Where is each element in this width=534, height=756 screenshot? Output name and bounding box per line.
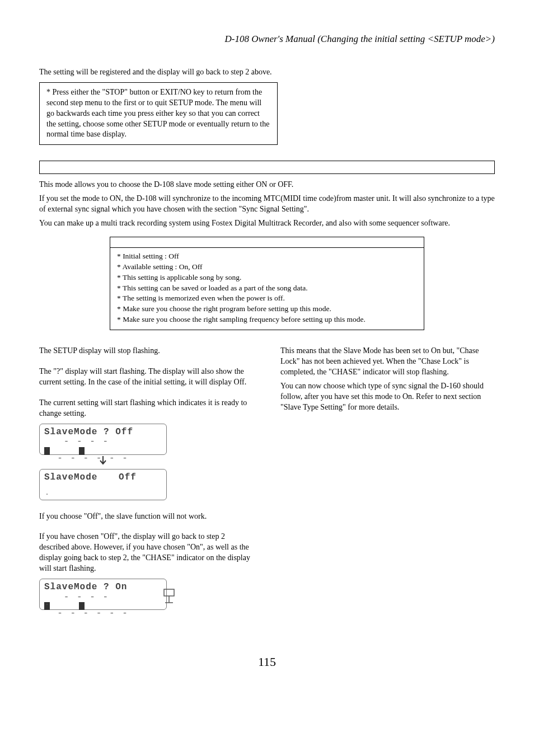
lcd-group-2: SlaveMode ? On - - - - - - - - - - . bbox=[39, 579, 179, 610]
info-box: * Initial setting : Off * Available sett… bbox=[110, 237, 424, 330]
left-p3: The current setting will start flashing … bbox=[39, 398, 254, 419]
chase-indicator-icon bbox=[163, 588, 177, 609]
info-item-3: * This setting is applicable song by son… bbox=[117, 273, 417, 283]
lcd-dot-icon: . bbox=[45, 600, 49, 608]
lcd-display-2: SlaveMode Off . bbox=[39, 469, 167, 500]
lcd2a-text: SlaveMode bbox=[44, 472, 97, 482]
right-column: This means that the Slave Mode has been … bbox=[280, 346, 495, 621]
page-number: 115 bbox=[39, 655, 495, 669]
left-p5: If you have chosen "Off", the display wi… bbox=[39, 532, 254, 574]
section-p3: You can make up a multi track recording … bbox=[39, 218, 495, 229]
info-box-header bbox=[110, 237, 424, 248]
page-header: D-108 Owner's Manual (Changing the initi… bbox=[39, 34, 495, 45]
left-column: The SETUP display will stop flashing. Th… bbox=[39, 346, 254, 621]
info-item-5: * The setting is memorized even when the… bbox=[117, 293, 417, 304]
info-item-4: * This setting can be saved or loaded as… bbox=[117, 283, 417, 294]
lcd-display-3: SlaveMode ? On - - - - - - - - - - . bbox=[39, 579, 167, 610]
info-box-body: * Initial setting : Off * Available sett… bbox=[110, 248, 424, 330]
right-p2: You can now choose which type of sync si… bbox=[280, 381, 495, 413]
left-p1: The SETUP display will stop flashing. bbox=[39, 346, 254, 356]
info-item-7: * Make sure you choose the right samplin… bbox=[117, 314, 417, 325]
intro-text: The setting will be registered and the d… bbox=[39, 67, 274, 78]
right-p1: This means that the Slave Mode has been … bbox=[280, 346, 495, 378]
lcd3-underline: - - - - bbox=[44, 591, 162, 604]
note-box-text: * Press either the "STOP" button or EXIT… bbox=[46, 88, 269, 139]
lcd-group: SlaveMode ? Off - - - - - - - - - - . Sl… bbox=[39, 424, 167, 500]
section-p1: This mode allows you to choose the D-108… bbox=[39, 180, 495, 190]
left-p4: If you choose "Off", the slave function … bbox=[39, 511, 254, 522]
info-item-1: * Initial setting : Off bbox=[117, 251, 417, 262]
intro-paragraph: The setting will be registered and the d… bbox=[39, 67, 274, 78]
section-p2: If you set the mode to ON, the D-108 wil… bbox=[39, 194, 495, 215]
section-divider-box bbox=[39, 161, 495, 174]
svg-rect-0 bbox=[164, 589, 174, 596]
lcd2b-text: Off bbox=[119, 472, 137, 482]
lcd-dot-icon: . bbox=[45, 444, 49, 452]
lcd1-dashes: - - - - - - bbox=[44, 453, 162, 465]
section-body: This mode allows you to choose the D-108… bbox=[39, 180, 495, 229]
lcd3-dashes: - - - - - - bbox=[44, 608, 162, 620]
info-item-2: * Available setting : On, Off bbox=[117, 262, 417, 273]
lcd-display-1: SlaveMode ? Off - - - - - - - - - - . bbox=[39, 424, 167, 455]
note-box: * Press either the "STOP" button or EXIT… bbox=[39, 82, 278, 145]
left-p2: The "?" display will start flashing. The… bbox=[39, 367, 254, 388]
lcd1-underline: - - - - bbox=[44, 436, 162, 448]
lcd-dot-icon: . bbox=[45, 490, 49, 497]
info-item-6: * Make sure you choose the right program… bbox=[117, 304, 417, 314]
